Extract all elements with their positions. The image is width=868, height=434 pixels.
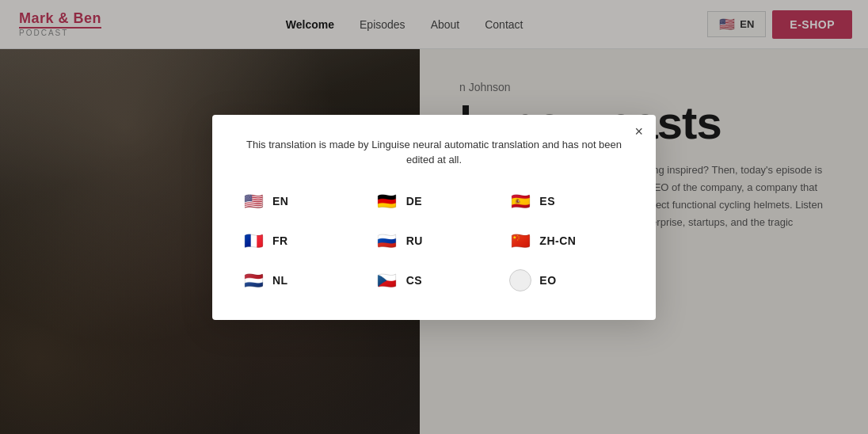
modal-overlay: × This translation is made by Linguise n… [0,0,868,434]
lang-cs[interactable]: 🇨🇿 CS [371,266,497,295]
lang-eo[interactable]: EO [504,266,630,295]
lang-en[interactable]: 🇺🇸 EN [238,187,364,215]
flag-cs: 🇨🇿 [376,269,398,291]
lang-code-fr: FR [272,234,288,247]
lang-fr[interactable]: 🇫🇷 FR [238,227,364,255]
flag-fr: 🇫🇷 [242,230,265,252]
lang-ru[interactable]: 🇷🇺 RU [371,227,497,255]
flag-ru: 🇷🇺 [376,230,398,252]
lang-zh-cn[interactable]: 🇨🇳 ZH-CN [504,227,630,255]
language-grid: 🇺🇸 EN 🇩🇪 DE 🇪🇸 ES 🇫🇷 FR 🇷🇺 RU [238,187,630,295]
lang-code-zh-cn: ZH-CN [539,234,576,247]
flag-zh-cn: 🇨🇳 [509,230,531,252]
modal-notice-text: This translation is made by Linguise neu… [238,137,630,168]
lang-code-cs: CS [406,274,422,287]
flag-de: 🇩🇪 [376,190,398,212]
flag-nl: 🇳🇱 [242,269,265,291]
flag-es: 🇪🇸 [509,190,531,212]
modal-close-button[interactable]: × [634,124,643,139]
lang-code-de: DE [406,195,422,207]
flag-eo [509,269,531,291]
lang-code-nl: NL [272,274,288,287]
lang-code-en: EN [272,195,288,207]
flag-en: 🇺🇸 [242,190,265,212]
lang-de[interactable]: 🇩🇪 DE [371,187,497,215]
lang-es[interactable]: 🇪🇸 ES [504,187,630,215]
lang-nl[interactable]: 🇳🇱 NL [238,266,364,295]
lang-code-eo: EO [539,274,556,287]
lang-code-es: ES [539,195,555,207]
lang-code-ru: RU [406,234,423,247]
language-modal: × This translation is made by Linguise n… [212,115,656,320]
